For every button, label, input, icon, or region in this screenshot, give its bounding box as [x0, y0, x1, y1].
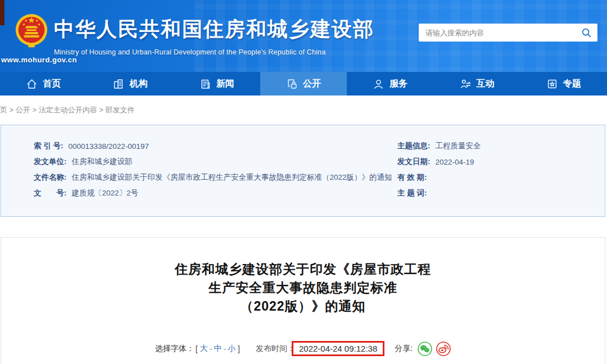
meta-label: 主题信息: [397, 141, 431, 151]
service-icon [373, 78, 384, 90]
meta-value: 住房和城乡建设部 [72, 157, 133, 167]
search-button[interactable] [575, 24, 597, 42]
site-header: www.mohurd.gov.cn 中华人民共和国住房和城乡建设部 Minist… [0, 0, 607, 72]
search-box[interactable] [419, 24, 597, 42]
meta-row-index-number: 索 引 号: 000013338/2022-00197 [34, 138, 397, 154]
wechat-share-icon[interactable] [418, 342, 432, 356]
share-label: 分享: [395, 344, 413, 354]
meta-value: 2022-04-19 [436, 158, 474, 166]
site-title: 中华人民共和国住房和城乡建设部 [54, 16, 374, 43]
article-title-line: 生产安全重大事故隐患判定标准 [31, 279, 574, 297]
national-emblem-icon [14, 11, 49, 53]
nav-item-news[interactable]: 新闻 [174, 72, 260, 95]
breadcrumb-row: 首页 > 公开 > 法定主动公开内容 > 部发文件 [0, 95, 607, 125]
news-icon [200, 78, 211, 90]
site-subtitle-english: Ministry of Housing and Urban-Rural Deve… [54, 48, 374, 56]
main-navigation: 首页 机构 新闻 公开 服务 [0, 72, 607, 95]
nav-item-interaction[interactable]: 互动 [433, 72, 520, 95]
meta-value: 工程质量安全 [436, 141, 481, 151]
nav-item-home[interactable]: 首页 [0, 72, 87, 95]
article-title: 住房和城乡建设部关于印发《房屋市政工程 生产安全重大事故隐患判定标准 （2022… [31, 260, 574, 316]
nav-item-organization[interactable]: 机构 [87, 72, 173, 95]
topics-icon [546, 78, 558, 90]
nav-label: 机构 [129, 78, 147, 90]
article-title-line: 住房和城乡建设部关于印发《房屋市政工程 [31, 260, 574, 279]
search-input[interactable] [419, 24, 575, 42]
meta-row-issue-date: 发文日期: 2022-04-19 [397, 154, 605, 170]
search-icon [581, 28, 591, 38]
meta-label: 文 号: [34, 188, 67, 198]
metadata-right-column: 主题信息: 工程质量安全 发文日期: 2022-04-19 有 效 期: 主 题… [397, 138, 605, 216]
publish-time-label: 发布时间： [256, 344, 295, 354]
share-icons [418, 342, 451, 356]
breadcrumb[interactable]: 首页 > 公开 > 法定主动公开内容 > 部发文件 [0, 105, 134, 115]
nav-label: 服务 [389, 78, 407, 90]
nav-item-service[interactable]: 服务 [347, 72, 433, 95]
meta-row-document-name: 文件名称: 住房和城乡建设部关于印发《房屋市政工程生产安全重大事故隐患判定标准（… [34, 170, 397, 185]
document-metadata-panel: 索 引 号: 000013338/2022-00197 发文单位: 住房和城乡建… [1, 125, 605, 217]
nav-item-topics[interactable]: 专题 [520, 72, 607, 95]
meta-row-issuing-unit: 发文单位: 住房和城乡建设部 [34, 154, 397, 170]
meta-row-validity: 有 效 期: [397, 170, 605, 185]
nav-label: 新闻 [216, 78, 234, 90]
font-size-separator: - [210, 344, 212, 353]
organization-icon [112, 78, 124, 90]
font-size-separator: - [223, 344, 226, 353]
meta-value: 住房和城乡建设部关于印发《房屋市政工程生产安全重大事故隐患判定标准（2022版）… [72, 172, 392, 183]
meta-label: 有 效 期: [397, 172, 427, 183]
disclosure-icon [286, 78, 298, 90]
article-panel: 住房和城乡建设部关于印发《房屋市政工程 生产安全重大事故隐患判定标准 （2022… [1, 237, 605, 364]
corner-artifact [0, 0, 4, 25]
nav-label: 首页 [43, 78, 61, 90]
article-toolbar: 选择字体： [ 大 - 中 - 小 ] 发布时间： 2022-04-24 09:… [31, 341, 574, 364]
font-size-large-button[interactable]: 大 [200, 344, 208, 354]
meta-row-subject-info: 主题信息: 工程质量安全 [397, 138, 605, 154]
metadata-left-column: 索 引 号: 000013338/2022-00197 发文单位: 住房和城乡建… [1, 138, 397, 216]
nav-label: 互动 [477, 78, 495, 90]
article-title-line: （2022版）》的通知 [31, 297, 574, 316]
nav-label: 专题 [563, 78, 581, 90]
meta-row-keywords: 主 题 词: [397, 185, 605, 201]
meta-label: 发文单位: [34, 157, 67, 167]
meta-label: 发文日期: [397, 157, 431, 167]
font-size-medium-button[interactable]: 中 [214, 344, 221, 354]
meta-value: 建质规〔2022〕2号 [72, 188, 139, 198]
font-size-small-button[interactable]: 小 [228, 344, 235, 354]
font-size-bracket-open: [ [196, 344, 198, 353]
meta-row-document-number: 文 号: 建质规〔2022〕2号 [34, 185, 397, 201]
meta-label: 索 引 号: [34, 141, 64, 151]
interaction-icon [460, 78, 472, 90]
publish-time-value-highlighted: 2022-04-24 09:12:38 [292, 341, 384, 356]
nav-item-disclosure[interactable]: 公开 [260, 72, 347, 95]
weibo-share-icon[interactable] [436, 342, 451, 356]
meta-value: 000013338/2022-00197 [69, 142, 149, 151]
nav-label: 公开 [303, 78, 321, 90]
site-url[interactable]: www.mohurd.gov.cn [1, 56, 77, 64]
home-icon [26, 78, 38, 90]
meta-label: 文件名称: [34, 172, 67, 183]
meta-label: 主 题 词: [397, 188, 427, 198]
font-size-label: 选择字体： [155, 344, 194, 354]
font-size-bracket-close: ] [238, 344, 240, 353]
